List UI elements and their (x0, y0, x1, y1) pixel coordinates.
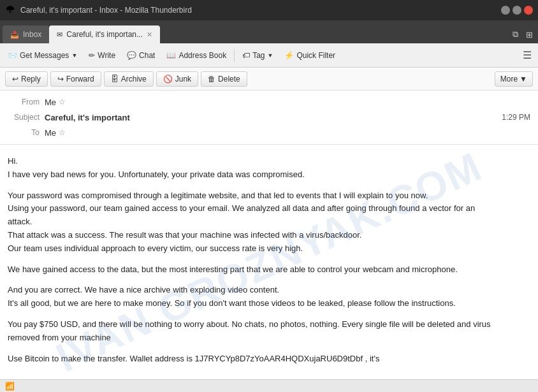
more-label: More (500, 75, 518, 83)
main-toolbar: 📨 Get Messages ▼ ✏ Write 💬 Chat 📖 Addres… (0, 43, 538, 68)
tag-label: Tag (252, 51, 265, 60)
address-book-label: Address Book (178, 51, 226, 60)
forward-icon: ↪ (57, 75, 64, 83)
subject-value: Careful, it's important (45, 113, 130, 122)
from-label: From (8, 98, 40, 106)
email-paragraph: Use Bitcoin to make the transfer. Wallet… (8, 352, 500, 366)
quick-filter-label: Quick Filter (296, 51, 335, 60)
tab-bar: 📥 Inbox ✉ Careful, it's importan... ✕ ⧉ … (0, 20, 538, 43)
archive-button[interactable]: 🗄 Archive (104, 71, 154, 87)
get-messages-label: Get Messages (20, 51, 69, 60)
archive-label: Archive (121, 75, 147, 83)
minimize-button[interactable] (501, 6, 510, 15)
junk-label: Junk (175, 75, 191, 83)
write-icon: ✏ (89, 51, 95, 60)
subject-row: Subject Careful, it's important 1:29 PM (8, 110, 530, 125)
forward-button[interactable]: ↪ Forward (50, 71, 101, 87)
tag-icon: 🏷 (242, 51, 250, 60)
chat-label: Chat (139, 51, 155, 60)
email-header: From Me ☆ Subject Careful, it's importan… (0, 91, 538, 145)
email-paragraph: We have gained access to the data, but t… (8, 263, 500, 277)
quick-filter-icon: ⚡ (284, 51, 294, 60)
get-messages-button[interactable]: 📨 Get Messages ▼ (3, 48, 82, 62)
email-paragraph: Your password was compromised through a … (8, 189, 500, 256)
tab-email-label: Careful, it's importan... (66, 30, 143, 39)
more-arrow: ▼ (520, 75, 527, 83)
from-row: From Me ☆ (8, 94, 530, 110)
status-icon: 📶 (5, 382, 15, 391)
window-ctrl-1[interactable]: ⧉ (510, 28, 521, 41)
tab-inbox[interactable]: 📥 Inbox (3, 25, 49, 43)
tab-close-button[interactable]: ✕ (147, 31, 152, 39)
maximize-button[interactable] (513, 6, 521, 15)
action-bar: ↩ Reply ↪ Forward 🗄 Archive 🚫 Junk 🗑 Del… (0, 68, 538, 91)
get-messages-arrow: ▼ (71, 52, 77, 59)
tag-arrow: ▼ (268, 52, 273, 59)
junk-icon: 🚫 (163, 75, 173, 83)
to-star-icon[interactable]: ☆ (59, 128, 66, 137)
tab-inbox-label: Inbox (23, 30, 41, 39)
email-body-container[interactable]: IVAN GROZNYAK.COM Hi. I have very bad ne… (0, 145, 538, 379)
address-book-button[interactable]: 📖 Address Book (161, 48, 231, 62)
email-body: Hi. I have very bad news for you. Unfort… (0, 145, 510, 379)
to-value: Me ☆ (45, 128, 66, 138)
reply-label: Reply (21, 75, 41, 83)
reply-button[interactable]: ↩ Reply (5, 71, 48, 87)
tab-email[interactable]: ✉ Careful, it's importan... ✕ (49, 25, 160, 43)
email-paragraph: You pay $750 USD, and there will be noth… (8, 318, 500, 345)
from-value: Me ☆ (45, 98, 66, 107)
email-time: 1:29 PM (502, 113, 530, 122)
inbox-icon: 📥 (10, 31, 19, 39)
address-book-icon: 📖 (166, 51, 176, 60)
chat-button[interactable]: 💬 Chat (122, 48, 160, 62)
toolbar-sep-1 (234, 49, 235, 62)
email-paragraph: Hi. I have very bad news for you. Unfort… (8, 155, 500, 182)
from-star-icon[interactable]: ☆ (59, 98, 66, 106)
delete-icon: 🗑 (208, 75, 215, 83)
title-bar: 🌩 Careful, it's important - Inbox - Mozi… (0, 0, 538, 20)
window-controls (501, 6, 533, 15)
subject-label: Subject (8, 113, 40, 122)
archive-icon: 🗄 (111, 75, 119, 83)
more-button[interactable]: More ▼ (495, 71, 533, 87)
status-bar: 📶 (0, 379, 538, 392)
tag-button[interactable]: 🏷 Tag ▼ (237, 48, 278, 62)
window-extra-controls: ⧉ ⊞ (510, 28, 535, 43)
get-messages-icon: 📨 (8, 51, 17, 60)
to-row: To Me ☆ (8, 125, 530, 140)
write-label: Write (98, 51, 115, 60)
junk-button[interactable]: 🚫 Junk (156, 71, 198, 87)
email-paragraph: And you are correct. We have a nice arch… (8, 284, 500, 310)
window-ctrl-2[interactable]: ⊞ (523, 28, 535, 41)
reply-icon: ↩ (12, 75, 18, 83)
email-tab-icon: ✉ (57, 31, 62, 39)
close-button[interactable] (524, 6, 533, 15)
to-label: To (8, 128, 40, 137)
write-button[interactable]: ✏ Write (84, 48, 120, 62)
chat-icon: 💬 (127, 51, 136, 60)
app-icon: 🌩 (5, 4, 15, 16)
forward-label: Forward (66, 75, 94, 83)
quick-filter-button[interactable]: ⚡ Quick Filter (279, 48, 340, 62)
window-title: Careful, it's important - Inbox - Mozill… (20, 6, 192, 15)
toolbar-menu-button[interactable]: ☰ (519, 47, 535, 64)
delete-button[interactable]: 🗑 Delete (201, 71, 247, 87)
delete-label: Delete (218, 75, 240, 83)
